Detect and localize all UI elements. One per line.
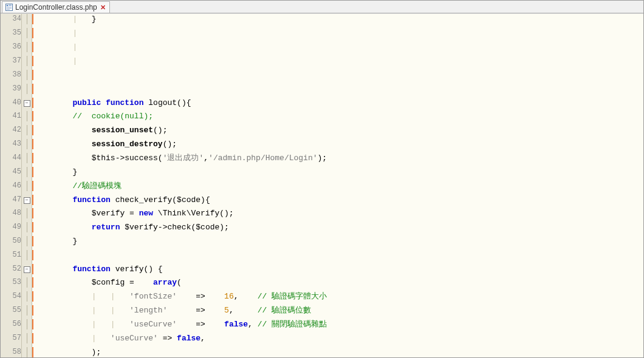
code-editor[interactable]: 34 | }35 |36 |37 |383940− public functio…: [1, 13, 643, 357]
fold-gutter[interactable]: [22, 167, 32, 181]
fold-gutter[interactable]: [22, 319, 32, 333]
fold-gutter[interactable]: [22, 42, 32, 56]
fold-gutter[interactable]: [22, 291, 32, 305]
code-line[interactable]: 37 |: [1, 56, 643, 70]
code-text[interactable]: $this->success('退出成功','/admin.php/Home/L…: [35, 153, 643, 167]
svg-rect-4: [7, 8, 12, 8]
line-number: 43: [1, 139, 22, 153]
fold-gutter[interactable]: [22, 333, 32, 347]
code-text[interactable]: [35, 84, 643, 98]
fold-gutter[interactable]: [22, 84, 32, 98]
line-number: 44: [1, 153, 22, 167]
line-number: 50: [1, 236, 22, 250]
fold-gutter[interactable]: [22, 305, 32, 319]
fold-gutter[interactable]: [22, 139, 32, 153]
code-line[interactable]: 52− function verify() {: [1, 264, 643, 277]
fold-gutter[interactable]: [22, 56, 32, 70]
code-text[interactable]: |: [35, 56, 643, 70]
code-line[interactable]: 36 |: [1, 42, 643, 56]
code-line[interactable]: 55 | | 'length' => 5, // 驗證碼位數: [1, 305, 643, 319]
fold-toggle-icon[interactable]: −: [24, 197, 30, 204]
fold-gutter[interactable]: [22, 250, 32, 264]
code-line[interactable]: 43 session_destroy();: [1, 139, 643, 153]
code-text[interactable]: return $verify->check($code);: [35, 222, 643, 236]
fold-gutter[interactable]: [22, 208, 32, 222]
file-tab[interactable]: LoginController.class.php ✕: [2, 1, 110, 13]
fold-line: [27, 167, 27, 177]
fold-gutter[interactable]: [22, 111, 32, 125]
svg-rect-1: [7, 5, 8, 6]
fold-line: [27, 70, 27, 80]
fold-gutter[interactable]: [22, 70, 32, 84]
code-text[interactable]: session_unset();: [35, 125, 643, 139]
code-line[interactable]: 42 session_unset();: [1, 125, 643, 139]
tab-filename: LoginController.class.php: [15, 2, 97, 13]
close-icon[interactable]: ✕: [99, 2, 107, 13]
fold-toggle-icon[interactable]: −: [24, 100, 30, 107]
code-text[interactable]: $config = array(: [35, 277, 643, 291]
code-text[interactable]: [35, 250, 643, 264]
fold-line: [27, 111, 27, 121]
code-text[interactable]: | | 'length' => 5, // 驗證碼位數: [35, 305, 643, 319]
fold-gutter[interactable]: −: [22, 98, 32, 111]
code-text[interactable]: //驗證碼模塊: [35, 181, 643, 195]
fold-toggle-icon[interactable]: −: [24, 266, 30, 273]
code-line[interactable]: 56 | | 'useCurve' => false, // 關閉驗證碼雜點: [1, 319, 643, 333]
code-text[interactable]: function check_verify($code){: [35, 195, 643, 208]
code-line[interactable]: 51: [1, 250, 643, 264]
code-text[interactable]: | | 'useCurve' => false, // 關閉驗證碼雜點: [35, 319, 643, 333]
code-line[interactable]: 49 return $verify->check($code);: [1, 222, 643, 236]
code-line[interactable]: 50 }: [1, 236, 643, 250]
code-text[interactable]: | | 'fontSize' => 16, // 驗證碼字體大小: [35, 291, 643, 305]
line-number: 34: [1, 14, 22, 28]
code-text[interactable]: }: [35, 236, 643, 250]
code-line[interactable]: 47− function check_verify($code){: [1, 195, 643, 208]
code-text[interactable]: public function logout(){: [35, 98, 643, 111]
code-line[interactable]: 44 $this->success('退出成功','/admin.php/Hom…: [1, 153, 643, 167]
line-number: 39: [1, 84, 22, 98]
code-line[interactable]: 58 );: [1, 347, 643, 357]
fold-gutter[interactable]: −: [22, 195, 32, 208]
file-icon: [5, 3, 13, 12]
fold-gutter[interactable]: [22, 222, 32, 236]
code-text[interactable]: function verify() {: [35, 264, 643, 277]
code-text[interactable]: $verify = new \Think\Verify();: [35, 208, 643, 222]
code-line[interactable]: 48 $verify = new \Think\Verify();: [1, 208, 643, 222]
fold-gutter[interactable]: −: [22, 264, 32, 277]
code-text[interactable]: |: [35, 28, 643, 42]
code-line[interactable]: 57 | 'useCurve' => false,: [1, 333, 643, 347]
code-line[interactable]: 54 | | 'fontSize' => 16, // 驗證碼字體大小: [1, 291, 643, 305]
code-text[interactable]: session_destroy();: [35, 139, 643, 153]
fold-gutter[interactable]: [22, 347, 32, 357]
code-line[interactable]: 46 //驗證碼模塊: [1, 181, 643, 195]
code-text[interactable]: | 'useCurve' => false,: [35, 333, 643, 347]
fold-gutter[interactable]: [22, 236, 32, 250]
fold-gutter[interactable]: [22, 14, 32, 28]
fold-line: [27, 56, 27, 66]
fold-line: [27, 236, 27, 246]
line-number: 46: [1, 181, 22, 195]
line-number: 58: [1, 347, 22, 357]
code-text[interactable]: [35, 70, 643, 84]
fold-gutter[interactable]: [22, 125, 32, 139]
code-text[interactable]: | }: [35, 14, 643, 28]
fold-gutter[interactable]: [22, 28, 32, 42]
code-line[interactable]: 45 }: [1, 167, 643, 181]
fold-gutter[interactable]: [22, 277, 32, 291]
code-line[interactable]: 34 | }: [1, 14, 643, 28]
code-line[interactable]: 41 // cookie(null);: [1, 111, 643, 125]
code-line[interactable]: 53 $config = array(: [1, 277, 643, 291]
code-line[interactable]: 40− public function logout(){: [1, 98, 643, 111]
code-text[interactable]: }: [35, 167, 643, 181]
fold-line: [27, 347, 27, 357]
code-lines: 34 | }35 |36 |37 |383940− public functio…: [1, 14, 643, 357]
fold-gutter[interactable]: [22, 153, 32, 167]
code-text[interactable]: |: [35, 42, 643, 56]
code-text[interactable]: // cookie(null);: [35, 111, 643, 125]
code-line[interactable]: 35 |: [1, 28, 643, 42]
code-line[interactable]: 38: [1, 70, 643, 84]
code-text[interactable]: );: [35, 347, 643, 357]
code-line[interactable]: 39: [1, 84, 643, 98]
fold-line: [27, 333, 27, 343]
fold-gutter[interactable]: [22, 181, 32, 195]
